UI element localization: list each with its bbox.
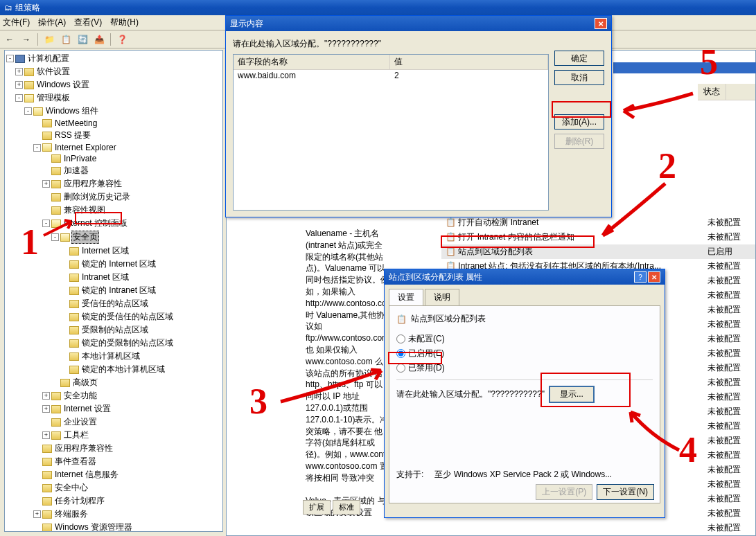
- tree-item[interactable]: -Internet Explorer: [6, 142, 221, 153]
- tree-item[interactable]: 事件查看器: [6, 455, 221, 468]
- expand-icon[interactable]: +: [33, 510, 41, 518]
- policy-row[interactable]: 📋 站点到区域分配列表已启用: [441, 244, 755, 259]
- tree-item[interactable]: 任务计划程序: [6, 494, 221, 508]
- tree-item[interactable]: 删除浏览历史记录: [6, 190, 221, 204]
- tree-item[interactable]: +安全功能: [6, 389, 221, 402]
- tree-item[interactable]: 高级页: [6, 376, 221, 389]
- tree-item[interactable]: +终端服务: [6, 508, 221, 521]
- tree-item[interactable]: 加速器: [6, 164, 221, 177]
- collapse-icon[interactable]: -: [6, 55, 14, 62]
- cancel-button[interactable]: 取消: [554, 70, 604, 85]
- col-status[interactable]: 状态: [698, 84, 726, 100]
- tree-root[interactable]: - 计算机配置: [6, 52, 221, 65]
- radio-disabled-input[interactable]: [396, 364, 405, 373]
- expand-icon[interactable]: +: [42, 405, 50, 413]
- next-setting-button[interactable]: 下一设置(N): [597, 484, 654, 500]
- tree-item[interactable]: -管理模板: [6, 91, 221, 105]
- radio-enabled-input[interactable]: [396, 349, 405, 358]
- policy-name: 📋 站点到区域分配列表: [444, 246, 707, 258]
- tree-item[interactable]: 安全中心: [6, 481, 221, 494]
- props-button[interactable]: 📋: [59, 33, 73, 46]
- policy-status: 未被配置: [707, 391, 753, 403]
- tree-item[interactable]: 锁定的受信任的站点区域: [6, 310, 221, 323]
- help-icon[interactable]: ?: [634, 271, 647, 283]
- tree-item[interactable]: RSS 提要: [6, 129, 221, 142]
- list-item[interactable]: www.baidu.com 2: [234, 70, 548, 81]
- policy-row[interactable]: 📋 打开 Intranet 内容的信息栏通知未被配置: [441, 230, 755, 244]
- prop-titlebar[interactable]: 站点到区域分配列表 属性 ? ✕: [385, 269, 665, 285]
- tree-item[interactable]: Internet 信息服务: [6, 468, 221, 481]
- col-value-name[interactable]: 值字段的名称: [234, 55, 390, 69]
- tab-settings[interactable]: 设置: [389, 289, 423, 305]
- app-title: 组策略: [15, 2, 40, 14]
- forward-button[interactable]: →: [19, 33, 33, 46]
- tree-pane[interactable]: - 计算机配置 +软件设置+Windows 设置-管理模板-Windows 组件…: [4, 50, 223, 532]
- radio-disabled[interactable]: 已禁用(D): [396, 362, 653, 374]
- radio-not-configured[interactable]: 未配置(C): [396, 333, 653, 345]
- policy-row[interactable]: 📋 打开自动检测 Intranet未被配置: [441, 215, 755, 230]
- radio-enabled[interactable]: 已启用(E): [396, 348, 653, 359]
- tree-item[interactable]: 受信任的站点区域: [6, 297, 221, 310]
- tree-item[interactable]: 锁定的 Intranet 区域: [6, 284, 221, 297]
- up-button[interactable]: 📁: [42, 33, 56, 46]
- tree-item[interactable]: Windows 资源管理器: [6, 521, 221, 532]
- policy-name: 📋 打开 Intranet 内容的信息栏通知: [444, 231, 707, 243]
- export-button[interactable]: 📤: [92, 33, 106, 46]
- tree-item[interactable]: Intranet 区域: [6, 271, 221, 284]
- refresh-button[interactable]: 🔄: [76, 33, 89, 46]
- tab-standard[interactable]: 标准: [333, 500, 360, 515]
- tree-item[interactable]: NetMeeting: [6, 118, 221, 129]
- expand-icon[interactable]: +: [42, 392, 50, 400]
- tab-explain[interactable]: 说明: [425, 289, 459, 305]
- help-button[interactable]: ❓: [115, 33, 129, 46]
- expand-icon[interactable]: -: [51, 233, 59, 241]
- tree-label: 应用程序兼容性: [53, 443, 114, 454]
- back-button[interactable]: ←: [3, 33, 17, 46]
- tree-label: 工具栏: [62, 429, 90, 441]
- menu-file[interactable]: 文件(F): [3, 17, 30, 28]
- value-listbox[interactable]: 值字段的名称 值 www.baidu.com 2: [233, 54, 549, 211]
- tree-item[interactable]: +工具栏: [6, 429, 221, 442]
- close-icon[interactable]: ✕: [595, 18, 607, 29]
- tree-item[interactable]: 锁定的本地计算机区域: [6, 363, 221, 376]
- ok-button[interactable]: 确定: [554, 51, 604, 66]
- tree-item[interactable]: InPrivate: [6, 153, 221, 164]
- tree-item[interactable]: 应用程序兼容性: [6, 442, 221, 455]
- tree-item[interactable]: 企业设置: [6, 416, 221, 429]
- tree-item[interactable]: +应用程序兼容性: [6, 177, 221, 190]
- radio-not-input[interactable]: [396, 334, 405, 343]
- col-value[interactable]: 值: [390, 55, 548, 69]
- tab-extended[interactable]: 扩展: [303, 500, 331, 515]
- tree-item[interactable]: 本地计算机区域: [6, 350, 221, 363]
- add-button[interactable]: 添加(A)...: [554, 114, 604, 129]
- dialog-titlebar[interactable]: 显示内容 ✕: [226, 16, 611, 31]
- menu-help[interactable]: 帮助(H): [110, 17, 139, 28]
- policy-status: 未被配置: [707, 362, 753, 374]
- tree-item[interactable]: +Windows 设置: [6, 78, 221, 91]
- tree-item[interactable]: 受限制的站点区域: [6, 323, 221, 337]
- menu-view[interactable]: 查看(V): [74, 17, 102, 28]
- expand-icon[interactable]: +: [42, 431, 50, 439]
- expand-icon[interactable]: -: [24, 107, 32, 115]
- tree-item[interactable]: -Windows 组件: [6, 105, 221, 118]
- expand-icon[interactable]: -: [33, 144, 41, 152]
- expand-icon[interactable]: +: [15, 81, 23, 89]
- folder-icon: [42, 471, 52, 479]
- menu-action[interactable]: 操作(A): [38, 17, 66, 28]
- expand-icon[interactable]: +: [15, 68, 23, 75]
- support-label: 支持于:: [396, 469, 423, 481]
- folder-icon: [33, 107, 43, 116]
- show-button[interactable]: 显示...: [549, 386, 595, 403]
- expand-icon[interactable]: -: [15, 94, 23, 102]
- expand-icon[interactable]: +: [42, 180, 50, 188]
- description-text: Valuename - 主机名(intranet 站点)或完全限定的域名称(其他…: [303, 225, 393, 516]
- expand-icon[interactable]: -: [42, 220, 50, 227]
- policy-row[interactable]: 未被配置: [441, 521, 755, 535]
- tree-item[interactable]: 锁定的受限制的站点区域: [6, 337, 221, 350]
- tree-item[interactable]: +软件设置: [6, 65, 221, 78]
- prev-setting-button[interactable]: 上一设置(P): [536, 484, 592, 500]
- close-icon[interactable]: ✕: [648, 271, 660, 283]
- tree-item[interactable]: 兼容性视图: [6, 204, 221, 217]
- tree-item[interactable]: +Internet 设置: [6, 402, 221, 416]
- app-icon: 🗂: [4, 3, 12, 12]
